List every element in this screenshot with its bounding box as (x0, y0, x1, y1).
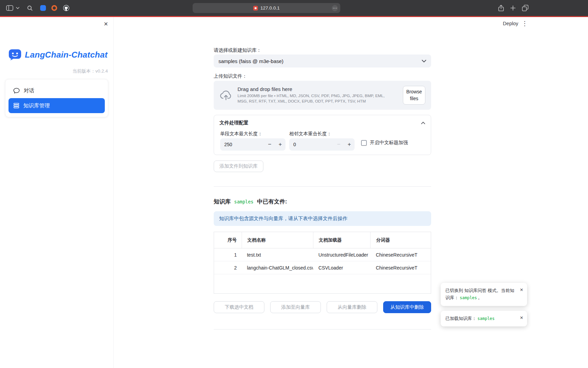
table-action-buttons: 下载选中文档 添加至向量库 从向量库删除 从知识库中删除 (214, 301, 431, 313)
menu-item-label: 知识库管理 (23, 102, 50, 109)
chunk-size-label: 单段文本最大长度： (220, 131, 262, 137)
tab-overview-icon[interactable] (522, 5, 528, 11)
site-favicon (253, 6, 258, 11)
overlap-size-input: 0 − + (289, 138, 355, 151)
kb-select-label: 请选择或新建知识库： (214, 47, 261, 53)
browser-toolbar: 127.0.0.1 ⋯ (0, 0, 588, 16)
toast-kb-loaded: 已加载知识库：samples ✕ (441, 311, 527, 327)
chunk-size-input: 250 − + (220, 138, 285, 151)
increment-button[interactable]: + (275, 138, 285, 151)
table-cell: test.txt (242, 248, 313, 261)
chat-bubble-icon (13, 88, 20, 94)
chevron-up-icon (421, 122, 425, 124)
menu-item-label: 对话 (24, 87, 34, 94)
table-header-cell: 序号 (214, 232, 242, 248)
toast-kb-code: samples (477, 316, 495, 321)
divider (214, 329, 431, 329)
page-menu-icon[interactable]: ⋯ (332, 5, 338, 11)
file-dropzone[interactable]: Drag and drop files here Limit 200MB per… (214, 81, 431, 110)
dropzone-limit-text: Limit 200MB per file • HTML, MD, JSON, C… (238, 93, 395, 104)
decrement-button[interactable]: − (333, 138, 344, 151)
kb-selected-value: samples (faiss @ m3e-base) (218, 58, 283, 64)
expander-title: 文件处理配置 (219, 120, 248, 126)
table-header-cell: 文档名称 (242, 232, 313, 248)
sidebar-toggle-icon[interactable] (6, 5, 13, 11)
overlap-size-label: 相邻文本重合长度： (289, 131, 331, 137)
table-cell: ChineseRecursiveT (370, 248, 431, 261)
app-logo: LangChain-Chatchat (8, 48, 108, 62)
table-cell: ChineseRecursiveT (370, 261, 431, 274)
new-tab-icon[interactable] (510, 5, 516, 11)
menu-item-kb-management[interactable]: 知识库管理 (9, 98, 105, 113)
zh-title-enhance-checkbox[interactable]: 开启中文标题加强 (361, 140, 408, 146)
toast-text: 已加载知识库： (445, 316, 476, 321)
add-to-vector-store-button[interactable]: 添加至向量库 (270, 301, 321, 313)
pinned-tab-blue-icon[interactable] (40, 5, 46, 11)
share-icon[interactable] (498, 5, 504, 12)
delete-from-kb-button[interactable]: 从知识库中删除 (383, 301, 431, 313)
table-cell: UnstructuredFileLoader (313, 248, 371, 261)
github-tab-icon[interactable] (63, 5, 69, 11)
sidebar-close-icon[interactable]: ✕ (104, 21, 108, 27)
heading-suffix: 中已有文件: (257, 198, 287, 204)
chunk-size-value[interactable]: 250 (220, 138, 264, 151)
app-page: Deploy ⋮ ✕ LangChain-Chatchat 当前版本：v0.2.… (0, 17, 588, 368)
toast-mode-switched: 已切换到 知识库问答 模式。当前知识库：samples。 ✕ (441, 283, 527, 306)
heading-prefix: 知识库 (214, 198, 231, 204)
app-logo-icon (8, 48, 22, 62)
table-header-row[interactable]: 序号 文档名称 文档加载器 分词器 (214, 232, 431, 248)
checkbox-label: 开启中文标题加强 (370, 140, 408, 146)
overflow-menu-icon[interactable]: ⋮ (522, 20, 528, 27)
knowledge-base-icon (13, 103, 19, 109)
search-icon[interactable] (27, 5, 33, 11)
download-selected-button[interactable]: 下载选中文档 (214, 301, 264, 313)
sidebar-menu: 对话 知识库管理 (5, 79, 108, 117)
overlap-size-value[interactable]: 0 (289, 138, 333, 151)
dropzone-title: Drag and drop files here (238, 86, 395, 92)
table-cell: langchain-ChatGLM_closed.csv (242, 261, 313, 274)
table-cell: CSVLoader (313, 261, 371, 274)
upload-label: 上传知识文件： (214, 73, 247, 79)
files-table: 序号 文档名称 文档加载器 分词器 1 test.txt Unstructure… (214, 232, 431, 294)
table-row[interactable]: 2 langchain-ChatGLM_closed.csv CSVLoader… (214, 261, 431, 274)
chevron-down-icon[interactable] (16, 7, 19, 9)
address-bar[interactable]: 127.0.0.1 ⋯ (193, 3, 340, 13)
decrement-button[interactable]: − (264, 138, 275, 151)
increment-button[interactable]: + (344, 138, 355, 151)
kb-name-code: samples (234, 199, 254, 204)
table-cell: 2 (214, 261, 242, 274)
kb-selectbox[interactable]: samples (faiss @ m3e-base) (214, 55, 431, 67)
add-files-to-kb-button[interactable]: 添加文件到知识库 (214, 160, 263, 172)
chevron-down-icon (422, 60, 426, 63)
kb-files-heading: 知识库 samples 中已有文件: (214, 198, 287, 205)
checkbox-box (361, 140, 367, 146)
table-header-cell: 文档加载器 (313, 232, 371, 248)
info-message-text: 知识库中包含源文件与向量库，请从下表中选择文件后操作 (219, 215, 347, 222)
url-text: 127.0.0.1 (260, 5, 279, 11)
sidebar: ✕ LangChain-Chatchat 当前版本：v0.2.4 对话 (0, 17, 114, 368)
toast-close-icon[interactable]: ✕ (520, 287, 523, 293)
cloud-upload-icon (219, 90, 232, 101)
app-logo-text: LangChain-Chatchat (25, 50, 108, 60)
table-cell: 1 (214, 248, 242, 261)
toast-kb-code: samples (460, 295, 477, 300)
toast-close-icon[interactable]: ✕ (520, 315, 523, 321)
table-row[interactable]: 1 test.txt UnstructuredFileLoader Chines… (214, 248, 431, 261)
table-header-cell: 分词器 (370, 232, 431, 248)
toast-stack: 已切换到 知识库问答 模式。当前知识库：samples。 ✕ 已加载知识库：sa… (441, 283, 527, 326)
version-label: 当前版本：v0.2.4 (72, 68, 108, 74)
expander-header[interactable]: 文件处理配置 (214, 115, 431, 126)
file-config-expander: 文件处理配置 单段文本最大长度： 相邻文本重合长度： 250 − + 0 − +… (214, 115, 431, 155)
info-message: 知识库中包含源文件与向量库，请从下表中选择文件后操作 (214, 211, 431, 226)
toast-text: 。 (478, 295, 483, 300)
browse-files-button[interactable]: Browse files (403, 86, 425, 105)
divider (214, 186, 431, 187)
menu-item-dialogue[interactable]: 对话 (9, 83, 105, 98)
deploy-button[interactable]: Deploy (503, 21, 518, 26)
delete-from-vector-store-button[interactable]: 从向量库删除 (327, 301, 377, 313)
pinned-tab-orange-icon[interactable] (51, 5, 57, 11)
